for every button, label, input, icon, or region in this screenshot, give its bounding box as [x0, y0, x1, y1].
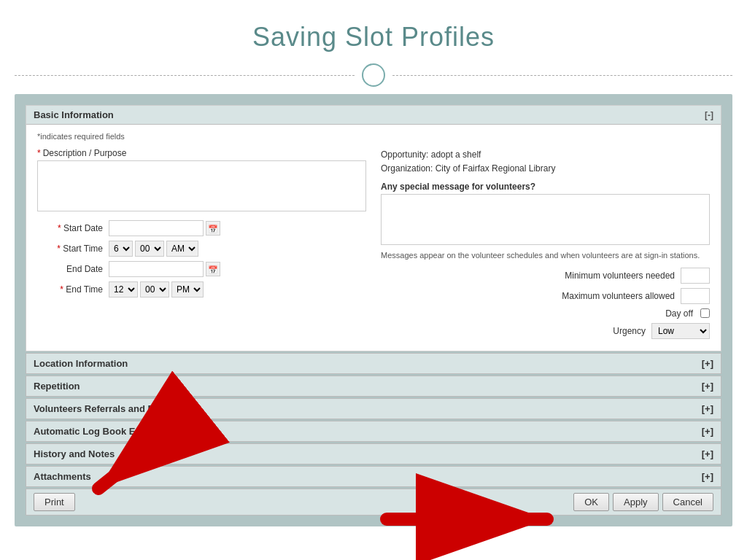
cancel-button[interactable]: Cancel — [662, 493, 713, 511]
start-ampm-select[interactable]: AMPM — [166, 241, 198, 257]
collapsed-panel-3[interactable]: Automatic Log Book Entries[+] — [26, 421, 721, 442]
collapsed-panels: Location Information[+]Repetition[+]Volu… — [26, 353, 721, 487]
divider — [15, 63, 732, 87]
print-button[interactable]: Print — [34, 493, 75, 511]
start-date-input[interactable]: 06/20/2016 — [109, 220, 204, 236]
basic-info-body: *indicates required fields *Description … — [26, 125, 721, 351]
opportunity-info: Opportunity: adopt a shelf Organization:… — [381, 148, 710, 176]
urgency-label: Urgency — [381, 326, 646, 336]
collapsed-panel-toggle-5[interactable]: [+] — [702, 471, 713, 482]
end-time-label: * End Time — [37, 284, 103, 295]
apply-button[interactable]: Apply — [613, 493, 659, 511]
collapsed-panel-toggle-2[interactable]: [+] — [702, 403, 713, 414]
start-min-select[interactable]: 00153045 — [135, 241, 164, 257]
end-min-select[interactable]: 00153045 — [140, 281, 169, 298]
start-time-row: * Start Time 6789 00153045 AMPM — [37, 241, 366, 257]
organization-label: Organization: City of Fairfax Regional L… — [381, 162, 710, 176]
collapsed-panel-4[interactable]: History and Notes[+] — [26, 443, 721, 464]
required-note: *indicates required fields — [37, 132, 710, 141]
basic-info-header: Basic Information [-] — [26, 106, 721, 125]
collapsed-panel-toggle-4[interactable]: [+] — [702, 448, 713, 459]
divider-line-left — [15, 75, 355, 76]
main-content: Basic Information [-] *indicates require… — [15, 94, 732, 526]
collapsed-panel-toggle-0[interactable]: [+] — [702, 358, 713, 369]
basic-info-toggle[interactable]: [-] — [705, 110, 713, 120]
panel-right: Opportunity: adopt a shelf Organization:… — [381, 148, 710, 343]
day-off-label: Day off — [381, 308, 693, 319]
end-date-input[interactable] — [109, 261, 204, 277]
collapsed-panel-1[interactable]: Repetition[+] — [26, 376, 721, 397]
description-label: *Description / Purpose — [37, 148, 366, 158]
max-volunteers-input[interactable]: 1 — [681, 288, 710, 304]
collapsed-panel-5[interactable]: Attachments[+] — [26, 466, 721, 487]
collapsed-panel-title-4: History and Notes — [34, 448, 115, 459]
panel-left: *Description / Purpose * Start Date 06/2… — [37, 148, 366, 343]
basic-info-title: Basic Information — [34, 109, 114, 120]
basic-info-panel: Basic Information [-] *indicates require… — [26, 105, 721, 351]
min-volunteers-row: Minimum volunteers needed 1 — [381, 268, 710, 284]
end-time-row: * End Time 1212 00153045 PMAM — [37, 281, 366, 298]
end-ampm-select[interactable]: PMAM — [171, 281, 204, 298]
page-header: Saving Slot Profiles — [0, 0, 747, 52]
special-msg-textarea[interactable] — [381, 194, 710, 245]
urgency-row: Urgency Low Medium High — [381, 323, 710, 339]
start-date-label: * Start Date — [37, 223, 103, 233]
special-msg-label: Any special message for volunteers? — [381, 182, 710, 192]
collapsed-panel-title-1: Repetition — [34, 381, 80, 392]
end-date-label: End Date — [37, 264, 103, 274]
max-volunteers-label: Maximum volunteers allowed — [381, 291, 675, 301]
collapsed-panel-title-3: Automatic Log Book Entries — [34, 426, 161, 437]
start-hour-select[interactable]: 6789 — [109, 241, 133, 257]
min-volunteers-input[interactable]: 1 — [681, 268, 710, 284]
end-date-row: End Date 📅 — [37, 261, 366, 277]
min-volunteers-label: Minimum volunteers needed — [381, 271, 675, 281]
page-title: Saving Slot Profiles — [0, 22, 747, 52]
bottom-bar-left: Print — [34, 493, 75, 511]
bottom-bar: Print OK Apply Cancel — [26, 489, 721, 516]
collapsed-panel-toggle-3[interactable]: [+] — [702, 426, 713, 437]
start-time-label: * Start Time — [37, 244, 103, 254]
urgency-select[interactable]: Low Medium High — [651, 323, 710, 339]
ok-button[interactable]: OK — [573, 493, 609, 511]
divider-line-right — [392, 75, 732, 76]
collapsed-panel-toggle-1[interactable]: [+] — [702, 381, 713, 392]
collapsed-panel-2[interactable]: Volunteers Referrals and Placements[+] — [26, 398, 721, 419]
day-off-row: Day off — [381, 308, 710, 319]
panel-columns: *Description / Purpose * Start Date 06/2… — [37, 148, 710, 343]
divider-circle — [362, 63, 385, 87]
opportunity-label: Opportunity: adopt a shelf — [381, 148, 710, 162]
collapsed-panel-title-0: Location Information — [34, 358, 128, 369]
max-volunteers-row: Maximum volunteers allowed 1 — [381, 288, 710, 304]
end-hour-select[interactable]: 1212 — [109, 281, 138, 298]
collapsed-panel-title-2: Volunteers Referrals and Placements — [34, 403, 201, 414]
collapsed-panel-title-5: Attachments — [34, 471, 91, 482]
description-textarea[interactable] — [37, 160, 366, 211]
day-off-checkbox[interactable] — [700, 308, 710, 318]
special-msg-note: Messages appear on the volunteer schedul… — [381, 250, 710, 261]
start-date-row: * Start Date 06/20/2016 📅 — [37, 220, 366, 236]
start-date-calendar-icon[interactable]: 📅 — [206, 221, 220, 236]
bottom-bar-right: OK Apply Cancel — [573, 493, 713, 511]
end-date-calendar-icon[interactable]: 📅 — [206, 262, 220, 276]
collapsed-panel-0[interactable]: Location Information[+] — [26, 353, 721, 374]
